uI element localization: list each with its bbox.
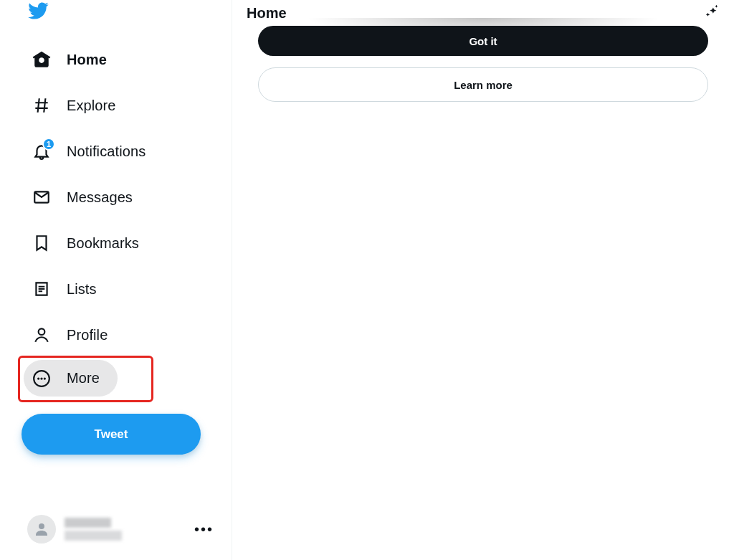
ellipsis-icon: ••• <box>194 521 214 538</box>
list-icon <box>32 280 51 298</box>
nav-label: Home <box>67 52 107 68</box>
sparkle-icon <box>704 4 720 19</box>
nav-home[interactable]: Home <box>24 37 115 82</box>
nav-label: More <box>67 370 100 386</box>
svg-point-3 <box>44 377 46 379</box>
bell-icon: 1 <box>32 142 51 161</box>
timeline-header: Home <box>232 0 734 26</box>
tweet-button[interactable]: Tweet <box>22 414 201 455</box>
nav-label: Explore <box>67 98 116 114</box>
page-title: Home <box>247 5 287 22</box>
person-icon <box>32 326 51 344</box>
person-icon <box>33 521 50 538</box>
nav-profile[interactable]: Profile <box>24 313 116 357</box>
bookmark-icon <box>32 234 51 252</box>
nav-label: Notifications <box>67 143 146 160</box>
avatar <box>27 515 56 544</box>
svg-point-1 <box>37 377 39 379</box>
top-tweets-button[interactable] <box>704 4 720 22</box>
nav-bookmarks[interactable]: Bookmarks <box>24 221 148 265</box>
home-icon <box>32 50 51 69</box>
sidebar: Home Explore 1 Notifications Messages <box>0 0 232 560</box>
bird-icon <box>27 0 49 22</box>
nav-label: Profile <box>67 327 108 343</box>
tutorial-highlight: More <box>18 356 153 402</box>
learn-more-button[interactable]: Learn more <box>258 67 708 102</box>
nav-label: Messages <box>67 189 133 206</box>
prompt-buttons: Got it Learn more <box>258 26 708 102</box>
twitter-logo[interactable] <box>27 0 232 37</box>
nav-explore[interactable]: Explore <box>24 83 125 128</box>
nav-messages[interactable]: Messages <box>24 175 141 219</box>
hash-icon <box>32 96 51 115</box>
svg-point-2 <box>40 377 42 379</box>
account-name-redacted <box>65 518 122 541</box>
nav-more[interactable]: More <box>24 360 118 397</box>
nav-lists[interactable]: Lists <box>24 267 105 311</box>
nav-label: Bookmarks <box>67 235 139 252</box>
envelope-icon <box>32 188 51 207</box>
nav-list: Home Explore 1 Notifications Messages <box>27 37 232 402</box>
nav-notifications[interactable]: 1 Notifications <box>24 129 154 174</box>
main-column: Home Got it Learn more <box>232 0 734 560</box>
notification-badge: 1 <box>42 138 55 151</box>
nav-label: Lists <box>67 281 97 298</box>
more-circle-icon <box>32 369 51 388</box>
account-menu[interactable]: ••• <box>27 515 214 544</box>
got-it-button[interactable]: Got it <box>258 26 708 56</box>
